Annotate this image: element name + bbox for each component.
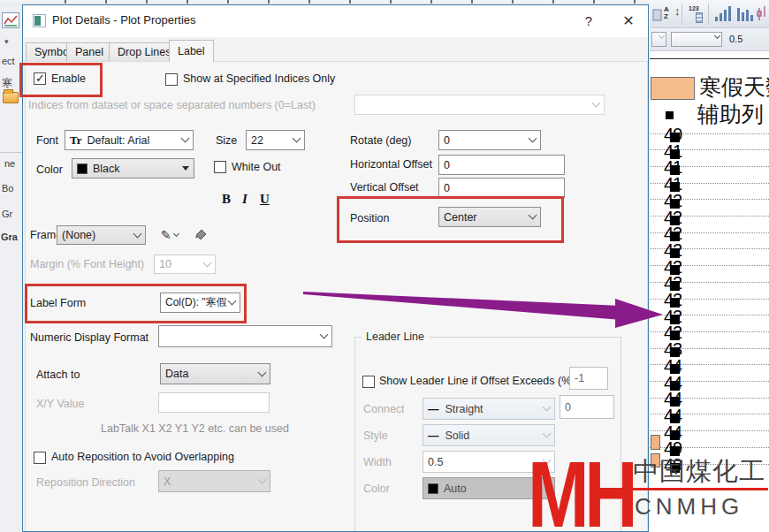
- color-dropdown[interactable]: Black: [72, 158, 194, 179]
- bold-button[interactable]: B: [222, 192, 231, 207]
- connect-dropdown[interactable]: — Straight: [423, 398, 555, 420]
- white-out-label: White Out: [232, 161, 281, 173]
- toolbar-row-2: 0.5: [650, 28, 769, 51]
- tree-item-fragment[interactable]: ect: [2, 56, 15, 66]
- width-label: Width: [363, 456, 392, 468]
- style-label: Style: [363, 429, 388, 442]
- line-sample-icon: —: [428, 429, 439, 442]
- chevron-down-icon: [173, 230, 179, 236]
- rotate-dropdown[interactable]: 0: [438, 130, 541, 150]
- attach-to-label: Attach to: [36, 369, 80, 381]
- leader-offset-value: -1: [575, 372, 584, 384]
- histogram-icon[interactable]: [735, 4, 755, 24]
- leader-color-value: Auto: [444, 483, 467, 495]
- scatter-icon[interactable]: [757, 4, 769, 24]
- paint-bucket-icon: [194, 229, 208, 241]
- frame-fill-color-button[interactable]: [190, 225, 211, 245]
- tab-label[interactable]: Label: [169, 40, 214, 62]
- tree-item-fragment[interactable]: Gr: [2, 209, 12, 219]
- partial-icon[interactable]: [650, 4, 662, 24]
- hoffset-input[interactable]: 0: [438, 155, 565, 175]
- rotate-value: 0: [444, 134, 450, 147]
- reposition-direction-value: X: [164, 475, 171, 488]
- annotation-box-label-form: [25, 284, 247, 323]
- margin-dropdown[interactable]: 10: [154, 255, 216, 274]
- italic-button[interactable]: I: [242, 192, 247, 207]
- xy-value-input[interactable]: [158, 392, 270, 413]
- toolbar-row-1: AZ↕ 123: [650, 0, 769, 28]
- style-value: Solid: [445, 429, 470, 442]
- connect-extra-value: 0: [565, 401, 571, 414]
- hoffset-value: 0: [444, 159, 450, 171]
- frame-value: (None): [62, 229, 95, 241]
- voffset-input[interactable]: 0: [438, 178, 565, 198]
- graph-window-icon[interactable]: [2, 12, 19, 28]
- numeric-format-dropdown[interactable]: [158, 325, 332, 347]
- numeric-format-label: Numeric Display Format: [30, 331, 148, 344]
- tree-item-fragment[interactable]: Gra: [1, 232, 18, 242]
- folder-icon[interactable]: [3, 92, 19, 103]
- auto-reposition-label: Auto Reposition to Avoid Overlapping: [51, 451, 234, 463]
- auto-reposition-checkbox[interactable]: [34, 452, 46, 464]
- annotation-box-position: [337, 196, 564, 243]
- sort-icon[interactable]: AZ↕: [664, 6, 683, 26]
- indices-dropdown[interactable]: [354, 95, 605, 115]
- reposition-direction-dropdown[interactable]: X: [158, 470, 270, 492]
- size-dropdown[interactable]: 22: [246, 130, 305, 150]
- size-label: Size: [216, 134, 237, 147]
- font-label: Font: [36, 134, 58, 147]
- voffset-label: Vertical Offset: [350, 181, 419, 194]
- voffset-value: 0: [444, 182, 450, 194]
- legend-point-symbol: [666, 111, 674, 119]
- margin-label: Margin (% Font Height): [30, 258, 144, 270]
- toolbar-separator: [708, 4, 709, 25]
- dialog-icon: [33, 14, 46, 27]
- connect-extra-input[interactable]: 0: [560, 395, 614, 419]
- dialog-title: Plot Details - Plot Properties: [52, 13, 196, 27]
- color-swatch: [77, 163, 88, 174]
- set-values-icon[interactable]: 123: [689, 5, 708, 25]
- indices-hint: Indices from dataset or space separated …: [28, 99, 316, 111]
- annotation-box-enable: [19, 63, 103, 97]
- watermark-underline: [633, 488, 768, 490]
- margin-value: 10: [159, 258, 171, 270]
- ascending-bars-icon[interactable]: [713, 4, 733, 24]
- frame-dropdown[interactable]: (None): [57, 225, 146, 245]
- mini-dropdown[interactable]: [651, 32, 666, 47]
- divider: [0, 152, 22, 153]
- leader-line-title: Leader Line: [362, 331, 429, 343]
- frame-line-color-button[interactable]: ✎: [157, 225, 182, 245]
- watermark-logo: MH: [528, 450, 633, 532]
- white-out-checkbox[interactable]: [214, 161, 226, 173]
- toolbar-overflow-icon[interactable]: ▾: [4, 37, 9, 46]
- watermark-latin-text: CNMHG: [635, 493, 743, 521]
- tree-item-fragment[interactable]: ne: [4, 158, 15, 169]
- line-style-dropdown[interactable]: [671, 32, 722, 47]
- tree-item-fragment[interactable]: Bo: [2, 183, 13, 194]
- tab-panel[interactable]: Panel: [66, 42, 112, 61]
- leader-offset-input[interactable]: -1: [569, 367, 608, 390]
- width-value: 0.5: [428, 456, 443, 468]
- show-leader-line-label: Show Leader Line if Offset Exceeds (%): [379, 375, 575, 387]
- connect-label: Connect: [363, 403, 405, 415]
- watermark-chinese-text: 中国煤化工: [633, 454, 765, 490]
- legend-entry: 寒假天数: [699, 72, 769, 102]
- line-sample-icon: —: [428, 403, 439, 415]
- font-face-icon: Tr: [70, 133, 81, 148]
- leader-color-swatch: [428, 483, 438, 494]
- help-button[interactable]: ?: [577, 11, 600, 32]
- attach-to-dropdown[interactable]: Data: [160, 363, 270, 384]
- pen-icon: ✎: [161, 228, 171, 242]
- font-dropdown[interactable]: Tr Default: Arial: [65, 130, 194, 150]
- underline-button[interactable]: U: [260, 192, 270, 207]
- show-at-indices-checkbox[interactable]: [165, 73, 178, 86]
- show-leader-line-checkbox[interactable]: [362, 376, 375, 388]
- close-button[interactable]: ✕: [617, 11, 640, 32]
- size-value: 22: [251, 134, 263, 147]
- color-value: Black: [93, 163, 120, 175]
- bar-segment: [651, 435, 660, 450]
- line-width-value[interactable]: 0.5: [729, 34, 742, 44]
- leader-color-label: Color: [363, 483, 390, 495]
- graph-window: AZ↕ 123 0.5 寒假天数 辅助列 4041414142424242424…: [650, 0, 769, 532]
- dialog-titlebar[interactable]: Plot Details - Plot Properties ? ✕: [23, 5, 648, 37]
